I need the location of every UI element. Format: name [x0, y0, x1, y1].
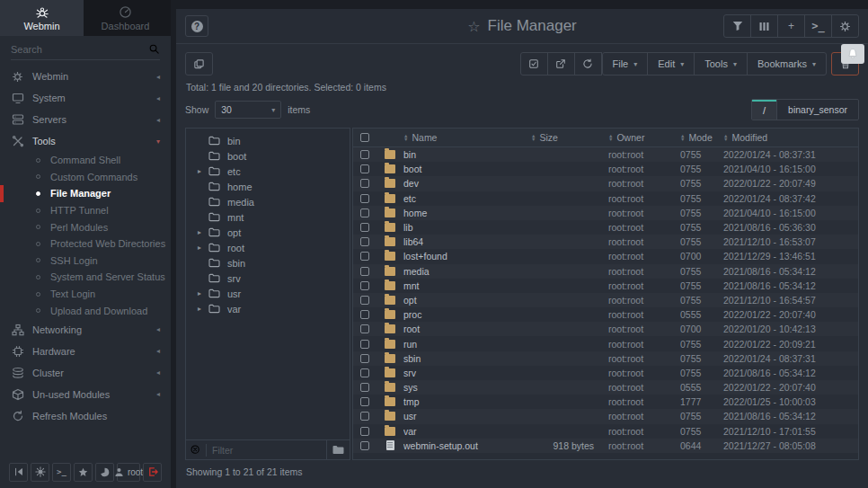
file-row-lib[interactable]: lib root:root 0755 2021/08/16 - 05:36:30 [353, 220, 858, 235]
sidebar-item-system[interactable]: System◂ [0, 87, 171, 109]
sidebar-item-protected-web-directories[interactable]: Protected Web Directories [0, 235, 171, 253]
select-all-checkbox[interactable] [360, 133, 369, 142]
tools-menu-button[interactable]: Tools ▾ [694, 52, 748, 75]
export-button[interactable] [547, 52, 575, 75]
sidebar-item-custom-commands[interactable]: Custom Commands [0, 169, 171, 186]
row-checkbox[interactable] [360, 209, 369, 217]
sidebar-item-text-login[interactable]: Text Login [0, 286, 171, 303]
terminal-button[interactable]: >_ [804, 14, 832, 38]
sidebar-item-http-tunnel[interactable]: HTTP Tunnel [0, 202, 171, 219]
file-row-usr[interactable]: usr root:root 0755 2021/08/16 - 05:34:12 [353, 409, 858, 423]
file-row-lost-found[interactable]: lost+found root:root 0700 2021/12/29 - 1… [353, 249, 858, 263]
tree-item-opt[interactable]: ▸ opt [186, 225, 350, 240]
logout-button[interactable] [143, 463, 162, 482]
tree-item-sbin[interactable]: sbin [186, 255, 350, 271]
file-menu-button[interactable]: File ▾ [602, 52, 649, 75]
expand-arrow-icon[interactable]: ▸ [198, 244, 208, 252]
expand-arrow-icon[interactable]: ▸ [198, 167, 208, 175]
sidebar-item-hardware[interactable]: Hardware◂ [0, 341, 171, 362]
clear-filter-icon[interactable] [190, 445, 206, 456]
row-checkbox[interactable] [360, 310, 369, 319]
row-checkbox[interactable] [360, 281, 369, 290]
row-checkbox[interactable] [360, 296, 369, 305]
column-header-modified[interactable]: ▲▼ Modified [723, 132, 858, 143]
tree-folder-button[interactable] [326, 440, 350, 459]
row-checkbox[interactable] [360, 179, 369, 188]
row-checkbox[interactable] [360, 441, 369, 450]
row-checkbox[interactable] [360, 324, 369, 333]
row-checkbox[interactable] [360, 427, 369, 436]
tree-item-bin[interactable]: bin [186, 133, 350, 148]
expand-arrow-icon[interactable]: ▸ [198, 228, 208, 236]
sidebar-item-ssh-login[interactable]: SSH Login [0, 253, 171, 270]
favorites-button[interactable] [74, 463, 93, 482]
expand-arrow-icon[interactable]: ▸ [198, 305, 208, 313]
row-checkbox[interactable] [360, 267, 369, 276]
tree-filter-input[interactable] [206, 444, 326, 457]
search-input[interactable] [11, 44, 148, 55]
tab-dashboard[interactable]: Dashboard [84, 0, 167, 36]
file-row-proc[interactable]: proc root:root 0555 2022/01/22 - 20:07:4… [353, 307, 858, 322]
sidebar-item-system-and-server-status[interactable]: System and Server Status [0, 269, 171, 286]
row-checkbox[interactable] [360, 223, 369, 232]
tree-item-home[interactable]: home [186, 179, 350, 194]
tree-item-boot[interactable]: boot [186, 148, 350, 164]
file-row-opt[interactable]: opt root:root 0755 2021/12/10 - 16:54:57 [353, 293, 858, 307]
filter-button[interactable] [723, 14, 751, 38]
column-header-owner[interactable]: ▲▼ Owner [608, 132, 680, 143]
file-row-media[interactable]: media root:root 0755 2021/08/16 - 05:34:… [353, 264, 858, 279]
file-row-bin[interactable]: bin root:root 0755 2022/01/24 - 08:37:31 [353, 147, 858, 162]
notifications-bell-icon[interactable] [841, 44, 864, 64]
sidebar-item-cluster[interactable]: Cluster◂ [0, 362, 171, 384]
file-row-webmin-setup-out[interactable]: webmin-setup.out 918 bytes root:root 064… [353, 439, 858, 453]
tree-item-root[interactable]: ▸ root [186, 240, 350, 255]
file-row-mnt[interactable]: mnt root:root 0755 2021/08/16 - 05:34:12 [353, 279, 858, 293]
breadcrumb-root[interactable]: / [752, 100, 776, 120]
user-button[interactable]: root [117, 463, 140, 482]
column-header-name[interactable]: ▲▼ Name [403, 132, 518, 143]
favorite-star-icon[interactable]: ☆ [467, 18, 480, 35]
file-row-run[interactable]: run root:root 0755 2022/01/22 - 20:09:21 [353, 336, 858, 350]
file-row-boot[interactable]: boot root:root 0755 2021/04/10 - 16:15:0… [353, 162, 858, 176]
row-checkbox[interactable] [360, 368, 369, 377]
tree-item-usr[interactable]: ▸ usr [186, 286, 350, 301]
file-row-sys[interactable]: sys root:root 0555 2022/01/22 - 20:07:40 [353, 380, 858, 395]
breadcrumb-segment[interactable]: binary_sensor [776, 100, 858, 120]
file-row-dev[interactable]: dev root:root 0755 2022/01/22 - 20:07:49 [353, 176, 858, 191]
sidebar-item-webmin[interactable]: Webmin◂ [0, 66, 171, 87]
file-row-tmp[interactable]: tmp root:root 1777 2022/01/25 - 10:00:03 [353, 395, 858, 409]
row-checkbox[interactable] [360, 397, 369, 406]
tree-item-mnt[interactable]: mnt [186, 209, 350, 225]
row-checkbox[interactable] [360, 164, 369, 173]
file-row-root[interactable]: root root:root 0700 2022/01/20 - 10:42:1… [353, 322, 858, 336]
expand-arrow-icon[interactable]: ▸ [198, 289, 208, 297]
column-header-size[interactable]: ▲▼ Size [518, 132, 608, 143]
tree-item-srv[interactable]: srv [186, 271, 350, 286]
sidebar-item-networking[interactable]: Networking◂ [0, 319, 171, 341]
tree-item-var[interactable]: ▸ var [186, 301, 350, 316]
edit-menu-button[interactable]: Edit ▾ [647, 52, 695, 75]
tree-item-etc[interactable]: ▸ etc [186, 164, 350, 179]
shell-button[interactable]: >_ [52, 463, 71, 482]
file-row-home[interactable]: home root:root 0755 2021/04/10 - 16:15:0… [353, 206, 858, 220]
row-checkbox[interactable] [360, 340, 369, 349]
row-checkbox[interactable] [360, 412, 369, 421]
file-row-lib64[interactable]: lib64 root:root 0755 2021/12/10 - 16:53:… [353, 235, 858, 249]
row-checkbox[interactable] [360, 354, 369, 363]
theme-button[interactable] [31, 463, 49, 482]
page-size-select[interactable]: 30 ▾ [215, 101, 281, 119]
row-checkbox[interactable] [360, 252, 369, 261]
sidebar-item-perl-modules[interactable]: Perl Modules [0, 218, 171, 235]
row-checkbox[interactable] [360, 150, 369, 159]
copy-path-button[interactable] [185, 52, 213, 75]
stats-button[interactable] [95, 463, 114, 482]
column-header-mode[interactable]: ▲▼ Mode [680, 132, 723, 143]
row-checkbox[interactable] [360, 237, 369, 246]
help-button[interactable]: ? [185, 15, 208, 37]
settings-button[interactable] [831, 14, 859, 38]
sidebar-item-servers[interactable]: Servers◂ [0, 109, 171, 130]
file-row-srv[interactable]: srv root:root 0755 2021/08/16 - 05:34:12 [353, 366, 858, 380]
file-row-var[interactable]: var root:root 0755 2021/12/10 - 17:01:55 [353, 424, 858, 439]
sidebar-item-file-manager[interactable]: File Manager [0, 185, 171, 202]
sidebar-item-command-shell[interactable]: Command Shell [0, 152, 171, 169]
